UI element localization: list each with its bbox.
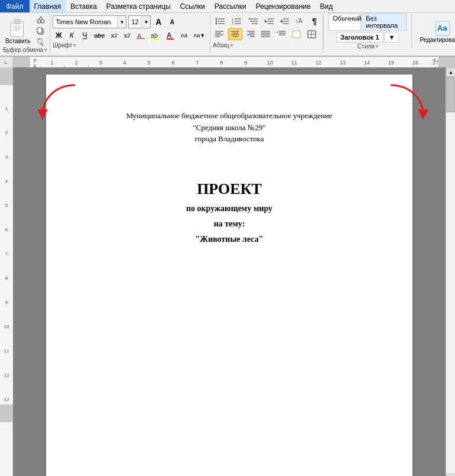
- menu-layout[interactable]: Разметка страницы: [102, 0, 176, 12]
- institution-line2: "Средняя школа №29": [93, 122, 365, 134]
- font-increase-button[interactable]: A: [152, 16, 164, 28]
- svg-text:7: 7: [5, 251, 8, 257]
- font-group-label: Шрифт: [53, 42, 72, 48]
- text-size-button[interactable]: Aa▼: [191, 30, 207, 41]
- svg-text:3: 3: [5, 154, 8, 160]
- font-name-dropdown[interactable]: Times New Roman ▼: [53, 15, 126, 28]
- svg-rect-65: [292, 31, 300, 38]
- styles-expand-icon[interactable]: ▿: [376, 44, 378, 49]
- scroll-down-button[interactable]: ▼: [446, 474, 455, 476]
- increase-indent-icon: [280, 17, 290, 25]
- line-spacing-button[interactable]: [274, 28, 288, 40]
- menu-file[interactable]: Файл: [0, 0, 30, 12]
- svg-text:7: 7: [196, 60, 199, 66]
- ruler-svg: 1 2 3 4 5 6 7 8 9 10 11 12 13 14 15 16 1…: [13, 57, 455, 67]
- clear-format-icon: A: [136, 31, 145, 40]
- shading-button[interactable]: [290, 28, 304, 40]
- decrease-indent-icon: [265, 17, 274, 25]
- project-theme: "Животные леса": [93, 235, 365, 244]
- multilevel-list-icon: [248, 17, 259, 25]
- svg-point-25: [216, 23, 217, 25]
- copy-button[interactable]: [34, 25, 47, 36]
- svg-text:↕A: ↕A: [295, 18, 303, 24]
- underline-button[interactable]: Ч: [79, 30, 90, 41]
- style-nointerval-button[interactable]: Без интервала: [362, 13, 407, 31]
- scroll-up-button[interactable]: ▲: [446, 67, 455, 77]
- clipboard-expand-icon[interactable]: ▿: [44, 47, 47, 53]
- scroll-track[interactable]: [446, 77, 455, 474]
- svg-text:10: 10: [267, 60, 273, 66]
- format-painter-button[interactable]: [34, 37, 47, 47]
- clipboard-group-label: Буфер обмена: [3, 47, 43, 53]
- style-heading1-button[interactable]: Заголовок 1: [336, 32, 383, 43]
- paste-button[interactable]: Вставить: [2, 15, 33, 46]
- ruler-corner-button[interactable]: ∟: [0, 57, 13, 67]
- bullet-list-button[interactable]: [213, 15, 228, 27]
- font-color-button[interactable]: A: [164, 30, 177, 41]
- menu-view[interactable]: Вид: [315, 0, 337, 12]
- increase-indent-button[interactable]: [278, 15, 292, 27]
- style-normal-button[interactable]: Обычный: [329, 13, 360, 31]
- italic-button[interactable]: К: [66, 30, 77, 41]
- numbered-list-button[interactable]: 123: [229, 15, 245, 27]
- svg-text:8: 8: [5, 276, 8, 281]
- font-expand-icon[interactable]: ▿: [73, 43, 76, 48]
- vertical-scrollbar[interactable]: ▲ ▼: [446, 67, 455, 476]
- vertical-ruler-svg: 1 2 3 4 5 6 7 8 9 10 11 12 13 14: [0, 67, 13, 422]
- svg-text:9: 9: [5, 300, 8, 305]
- font-decrease-button[interactable]: A: [166, 16, 178, 28]
- align-left-button[interactable]: [213, 28, 227, 40]
- svg-rect-18: [151, 38, 158, 40]
- scroll-thumb[interactable]: [446, 77, 455, 112]
- editing-group: Аа Редактирование: [411, 14, 455, 48]
- subscript-button[interactable]: x2: [108, 30, 120, 41]
- menu-refs[interactable]: Ссылки: [176, 0, 210, 12]
- menu-home-label: Главная: [34, 2, 61, 11]
- format-painter-icon: [37, 38, 45, 46]
- style-more-button[interactable]: ▼: [385, 32, 399, 43]
- superscript-button[interactable]: x2: [121, 30, 133, 41]
- ribbon: Вставить Буфер обмена ▿: [0, 13, 455, 57]
- menu-file-label: Файл: [6, 2, 24, 11]
- institution-line3: города Владивостока: [93, 133, 365, 145]
- paste-icon: [8, 17, 27, 38]
- sort-button[interactable]: ↕A: [293, 15, 307, 27]
- svg-point-23: [216, 21, 217, 22]
- svg-point-21: [216, 18, 217, 20]
- menu-mailings[interactable]: Рассылки: [210, 0, 251, 12]
- menu-review[interactable]: Рецензирование: [251, 0, 316, 12]
- svg-text:4: 4: [5, 179, 8, 184]
- svg-text:6: 6: [5, 227, 8, 232]
- bullet-list-icon: [215, 17, 226, 25]
- justify-button[interactable]: [259, 28, 273, 40]
- svg-marker-40: [280, 20, 282, 23]
- align-right-button[interactable]: [243, 28, 258, 40]
- borders-button[interactable]: [305, 28, 319, 40]
- bold-button[interactable]: Ж: [53, 30, 64, 41]
- multilevel-list-button[interactable]: [246, 15, 261, 27]
- svg-rect-71: [13, 57, 30, 67]
- svg-marker-64: [277, 31, 278, 33]
- horizontal-ruler: 1 2 3 4 5 6 7 8 9 10 11 12 13 14 15 16 1…: [13, 57, 455, 67]
- svg-rect-100: [0, 404, 13, 422]
- highlight-button[interactable]: ab: [148, 30, 162, 41]
- menu-mailings-label: Рассылки: [214, 2, 246, 11]
- menu-home[interactable]: Главная: [30, 0, 66, 12]
- svg-rect-98: [0, 67, 13, 85]
- project-title: ПРОЕКТ: [93, 180, 365, 198]
- align-center-button[interactable]: [228, 28, 242, 40]
- paragraph-expand-icon[interactable]: ▿: [230, 43, 233, 48]
- clear-format-button[interactable]: A: [134, 30, 147, 41]
- menu-insert[interactable]: Вставка: [66, 0, 102, 12]
- text-effects-button[interactable]: Aa: [178, 30, 190, 41]
- sort-icon: ↕A: [295, 17, 305, 25]
- show-marks-button[interactable]: ¶: [308, 15, 320, 27]
- editing-large-button[interactable]: Аа Редактирование: [417, 16, 455, 47]
- vertical-ruler: 1 2 3 4 5 6 7 8 9 10 11 12 13 14: [0, 67, 13, 476]
- decrease-indent-button[interactable]: [262, 15, 277, 27]
- cut-button[interactable]: [34, 14, 47, 25]
- menu-view-label: Вид: [320, 2, 333, 11]
- strikethrough-button[interactable]: abc: [92, 30, 107, 41]
- svg-marker-36: [265, 20, 267, 23]
- font-size-dropdown[interactable]: 12 ▼: [128, 15, 151, 28]
